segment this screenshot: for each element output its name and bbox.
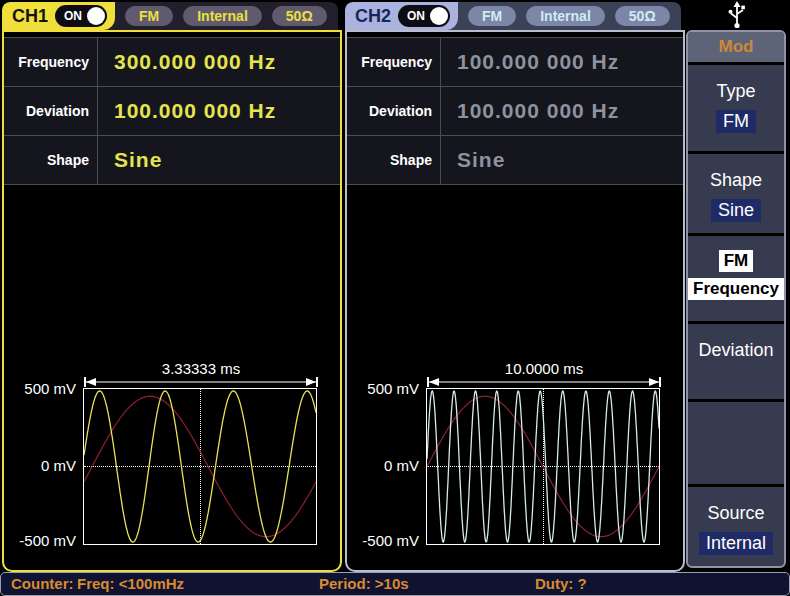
ch2-toggle-knob: [430, 7, 448, 25]
ch1-mod-badge: FM: [125, 6, 173, 26]
instrument-screen: CH1 ON FM Internal 50Ω CH2 ON FM Interna…: [0, 0, 790, 596]
ch2-ymid-label: 0 mV: [347, 457, 419, 474]
counter-freq: Freq: <100mHz: [77, 575, 184, 592]
ch2-frequency-label: Frequency: [347, 38, 441, 86]
counter-label: Counter:: [11, 575, 74, 592]
softkey-source[interactable]: Source Internal: [688, 487, 784, 566]
ch1-span-label: 3.33333 ms: [83, 360, 319, 377]
softkey-blank[interactable]: [688, 402, 784, 487]
ch2-ytop-label: 500 mV: [347, 380, 419, 397]
ch2-span-label: 10.0000 ms: [426, 360, 662, 377]
ch2-deviation-value[interactable]: 100.000 000 Hz: [441, 87, 683, 135]
type-value: FM: [716, 110, 756, 133]
ch1-deviation-label: Deviation: [4, 87, 98, 135]
ch1-toggle-knob: [87, 7, 105, 25]
ch2-frequency-value[interactable]: 100.000 000 Hz: [441, 38, 683, 86]
fm-frequency-line1: FM: [719, 250, 754, 272]
ch2-shape-value[interactable]: Sine: [441, 136, 683, 184]
ch1-deviation-value[interactable]: 100.000 000 Hz: [98, 87, 340, 135]
ch1-frequency-label: Frequency: [4, 38, 98, 86]
ch1-ybottom-label: -500 mV: [4, 532, 76, 549]
type-label: Type: [716, 81, 755, 102]
softkey-type[interactable]: Type FM: [688, 65, 784, 154]
ch1-deviation-row[interactable]: Deviation 100.000 000 Hz: [4, 87, 340, 136]
ch1-impedance-badge: 50Ω: [272, 6, 327, 26]
ch2-shape-row[interactable]: Shape Sine: [347, 136, 683, 184]
ch1-shape-row[interactable]: Shape Sine: [4, 136, 340, 184]
counter-status-bar: Counter: Freq: <100mHz Period: >10s Duty…: [0, 572, 790, 596]
ch1-waveform-preview: 3.33333 ms 500 mV 0 mV -500 mV: [4, 360, 340, 560]
ch1-frequency-row[interactable]: Frequency 300.000 000 Hz: [4, 38, 340, 87]
softkey-menu: Mod Type FM Shape Sine FM Frequency Devi…: [686, 30, 786, 568]
shape-label: Shape: [710, 170, 762, 191]
ch2-wave: [427, 389, 659, 544]
source-value: Internal: [699, 532, 773, 555]
ch1-on-toggle[interactable]: ON: [55, 5, 107, 27]
ch2-panel: Frequency 100.000 000 Hz Deviation 100.0…: [345, 30, 685, 572]
counter-duty: Duty: ?: [535, 575, 587, 592]
ch2-ybottom-label: -500 mV: [347, 532, 419, 549]
ch1-shape-value[interactable]: Sine: [98, 136, 340, 184]
ch2-deviation-row[interactable]: Deviation 100.000 000 Hz: [347, 87, 683, 136]
usb-status-area: [686, 0, 788, 30]
ch1-label: CH1: [12, 6, 48, 27]
softkey-deviation[interactable]: Deviation: [688, 324, 784, 402]
ch1-ytop-label: 500 mV: [4, 380, 76, 397]
ch2-shape-label: Shape: [347, 136, 441, 184]
ch1-header: CH1 ON FM Internal 50Ω: [2, 2, 338, 30]
ch2-on-toggle[interactable]: ON: [398, 5, 450, 27]
ch2-mod-badge: FM: [468, 6, 516, 26]
ch2-span-arrow-icon: [426, 377, 662, 387]
deviation-label: Deviation: [698, 340, 773, 361]
ch1-frequency-value[interactable]: 300.000 000 Hz: [98, 38, 340, 86]
source-label: Source: [707, 503, 764, 524]
usb-icon: [726, 1, 748, 29]
ch2-deviation-label: Deviation: [347, 87, 441, 135]
counter-period: Period: >10s: [319, 575, 409, 592]
ch1-span-arrow-icon: [83, 377, 319, 387]
ch2-impedance-badge: 50Ω: [615, 6, 670, 26]
menu-title: Mod: [688, 32, 784, 65]
softkey-fm-frequency[interactable]: FM Frequency: [688, 236, 784, 324]
ch1-wave: [84, 389, 316, 544]
ch1-ymid-label: 0 mV: [4, 457, 76, 474]
fm-frequency-line2: Frequency: [688, 278, 784, 300]
ch2-toggle-label: ON: [407, 9, 425, 23]
ch1-source-badge: Internal: [183, 6, 262, 26]
ch1-toggle-label: ON: [64, 9, 82, 23]
ch2-waveform-preview: 10.0000 ms 500 mV 0 mV -500 mV: [347, 360, 683, 560]
shape-value: Sine: [711, 199, 761, 222]
ch1-panel: Frequency 300.000 000 Hz Deviation 100.0…: [2, 30, 342, 572]
ch2-source-badge: Internal: [526, 6, 605, 26]
softkey-shape[interactable]: Shape Sine: [688, 154, 784, 236]
ch2-label: CH2: [355, 6, 391, 27]
ch1-plot-area: [83, 388, 317, 545]
ch2-frequency-row[interactable]: Frequency 100.000 000 Hz: [347, 38, 683, 87]
ch1-shape-label: Shape: [4, 136, 98, 184]
ch1-tab: CH1 ON: [2, 2, 115, 30]
ch2-plot-area: [426, 388, 660, 545]
ch2-header: CH2 ON FM Internal 50Ω: [345, 2, 681, 30]
ch2-tab: CH2 ON: [345, 2, 458, 30]
